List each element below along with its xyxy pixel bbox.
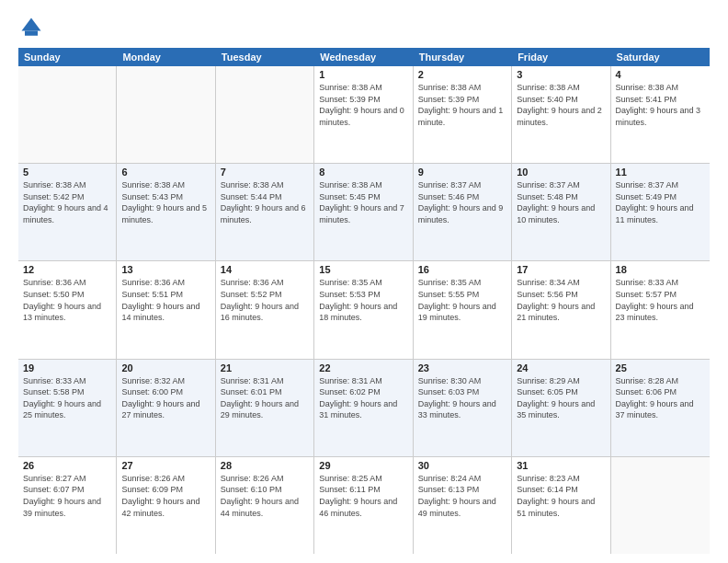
logo-icon bbox=[18, 15, 44, 40]
day-cell-17: 17Sunrise: 8:34 AM Sunset: 5:56 PM Dayli… bbox=[512, 261, 610, 358]
day-cell-7: 7Sunrise: 8:38 AM Sunset: 5:44 PM Daylig… bbox=[216, 164, 314, 260]
weekday-header-friday: Friday bbox=[512, 48, 610, 66]
day-info: Sunrise: 8:38 AM Sunset: 5:44 PM Dayligh… bbox=[221, 179, 309, 225]
day-cell-15: 15Sunrise: 8:35 AM Sunset: 5:53 PM Dayli… bbox=[314, 261, 413, 358]
day-number: 16 bbox=[418, 264, 506, 275]
day-number: 30 bbox=[418, 460, 506, 471]
day-number: 18 bbox=[616, 264, 705, 275]
day-cell-21: 21Sunrise: 8:31 AM Sunset: 6:01 PM Dayli… bbox=[216, 360, 314, 456]
day-cell-14: 14Sunrise: 8:36 AM Sunset: 5:52 PM Dayli… bbox=[216, 261, 314, 358]
day-info: Sunrise: 8:32 AM Sunset: 6:00 PM Dayligh… bbox=[121, 375, 210, 421]
day-info: Sunrise: 8:38 AM Sunset: 5:45 PM Dayligh… bbox=[319, 179, 407, 225]
day-number: 12 bbox=[23, 264, 111, 275]
empty-cell bbox=[117, 66, 215, 163]
day-cell-20: 20Sunrise: 8:32 AM Sunset: 6:00 PM Dayli… bbox=[117, 360, 215, 456]
day-cell-28: 28Sunrise: 8:26 AM Sunset: 6:10 PM Dayli… bbox=[216, 457, 314, 554]
calendar-row-1: 1Sunrise: 8:38 AM Sunset: 5:39 PM Daylig… bbox=[18, 66, 710, 164]
day-info: Sunrise: 8:30 AM Sunset: 6:03 PM Dayligh… bbox=[418, 375, 506, 421]
day-info: Sunrise: 8:36 AM Sunset: 5:52 PM Dayligh… bbox=[221, 277, 309, 323]
day-info: Sunrise: 8:26 AM Sunset: 6:10 PM Dayligh… bbox=[221, 473, 309, 519]
day-cell-12: 12Sunrise: 8:36 AM Sunset: 5:50 PM Dayli… bbox=[18, 261, 117, 358]
logo bbox=[18, 15, 48, 40]
day-info: Sunrise: 8:31 AM Sunset: 6:02 PM Dayligh… bbox=[319, 375, 407, 421]
empty-cell bbox=[18, 66, 117, 163]
day-cell-25: 25Sunrise: 8:28 AM Sunset: 6:06 PM Dayli… bbox=[611, 360, 710, 456]
day-info: Sunrise: 8:37 AM Sunset: 5:49 PM Dayligh… bbox=[616, 179, 705, 225]
day-number: 6 bbox=[121, 167, 210, 178]
day-info: Sunrise: 8:23 AM Sunset: 6:14 PM Dayligh… bbox=[517, 473, 605, 519]
calendar-row-4: 19Sunrise: 8:33 AM Sunset: 5:58 PM Dayli… bbox=[18, 360, 710, 457]
day-info: Sunrise: 8:35 AM Sunset: 5:53 PM Dayligh… bbox=[319, 277, 407, 323]
day-number: 23 bbox=[418, 362, 506, 373]
day-cell-18: 18Sunrise: 8:33 AM Sunset: 5:57 PM Dayli… bbox=[611, 261, 710, 358]
day-info: Sunrise: 8:24 AM Sunset: 6:13 PM Dayligh… bbox=[418, 473, 506, 519]
page: SundayMondayTuesdayWednesdayThursdayFrid… bbox=[0, 0, 728, 563]
day-info: Sunrise: 8:26 AM Sunset: 6:09 PM Dayligh… bbox=[121, 473, 210, 519]
calendar-row-5: 26Sunrise: 8:27 AM Sunset: 6:07 PM Dayli… bbox=[18, 457, 710, 554]
day-info: Sunrise: 8:38 AM Sunset: 5:39 PM Dayligh… bbox=[319, 82, 407, 128]
day-number: 3 bbox=[517, 69, 605, 80]
day-cell-16: 16Sunrise: 8:35 AM Sunset: 5:55 PM Dayli… bbox=[414, 261, 512, 358]
calendar-row-2: 5Sunrise: 8:38 AM Sunset: 5:42 PM Daylig… bbox=[18, 164, 710, 261]
calendar-header: SundayMondayTuesdayWednesdayThursdayFrid… bbox=[18, 48, 710, 66]
day-cell-2: 2Sunrise: 8:38 AM Sunset: 5:39 PM Daylig… bbox=[414, 66, 512, 163]
day-number: 5 bbox=[23, 167, 111, 178]
day-number: 22 bbox=[319, 362, 407, 373]
day-cell-1: 1Sunrise: 8:38 AM Sunset: 5:39 PM Daylig… bbox=[314, 66, 413, 163]
day-cell-11: 11Sunrise: 8:37 AM Sunset: 5:49 PM Dayli… bbox=[611, 164, 710, 260]
day-info: Sunrise: 8:38 AM Sunset: 5:43 PM Dayligh… bbox=[121, 179, 210, 225]
day-cell-30: 30Sunrise: 8:24 AM Sunset: 6:13 PM Dayli… bbox=[414, 457, 512, 554]
empty-cell bbox=[216, 66, 314, 163]
day-info: Sunrise: 8:37 AM Sunset: 5:48 PM Dayligh… bbox=[517, 179, 605, 225]
weekday-header-saturday: Saturday bbox=[611, 48, 710, 66]
day-info: Sunrise: 8:31 AM Sunset: 6:01 PM Dayligh… bbox=[221, 375, 309, 421]
calendar: SundayMondayTuesdayWednesdayThursdayFrid… bbox=[18, 48, 710, 554]
svg-marker-0 bbox=[22, 18, 41, 31]
day-cell-10: 10Sunrise: 8:37 AM Sunset: 5:48 PM Dayli… bbox=[512, 164, 610, 260]
day-info: Sunrise: 8:37 AM Sunset: 5:46 PM Dayligh… bbox=[418, 179, 506, 225]
weekday-header-wednesday: Wednesday bbox=[314, 48, 413, 66]
day-info: Sunrise: 8:38 AM Sunset: 5:41 PM Dayligh… bbox=[616, 82, 705, 128]
day-cell-27: 27Sunrise: 8:26 AM Sunset: 6:09 PM Dayli… bbox=[117, 457, 215, 554]
day-cell-6: 6Sunrise: 8:38 AM Sunset: 5:43 PM Daylig… bbox=[117, 164, 215, 260]
day-info: Sunrise: 8:38 AM Sunset: 5:39 PM Dayligh… bbox=[418, 82, 506, 128]
day-info: Sunrise: 8:38 AM Sunset: 5:40 PM Dayligh… bbox=[517, 82, 605, 128]
day-number: 7 bbox=[221, 167, 309, 178]
day-info: Sunrise: 8:35 AM Sunset: 5:55 PM Dayligh… bbox=[418, 277, 506, 323]
day-number: 25 bbox=[616, 362, 705, 373]
day-number: 11 bbox=[616, 167, 705, 178]
day-info: Sunrise: 8:36 AM Sunset: 5:50 PM Dayligh… bbox=[23, 277, 111, 323]
day-number: 1 bbox=[319, 69, 407, 80]
day-info: Sunrise: 8:33 AM Sunset: 5:57 PM Dayligh… bbox=[616, 277, 705, 323]
day-number: 9 bbox=[418, 167, 506, 178]
day-number: 4 bbox=[616, 69, 705, 80]
empty-cell bbox=[611, 457, 710, 554]
day-cell-29: 29Sunrise: 8:25 AM Sunset: 6:11 PM Dayli… bbox=[314, 457, 413, 554]
day-info: Sunrise: 8:28 AM Sunset: 6:06 PM Dayligh… bbox=[616, 375, 705, 421]
day-cell-4: 4Sunrise: 8:38 AM Sunset: 5:41 PM Daylig… bbox=[611, 66, 710, 163]
day-number: 14 bbox=[221, 264, 309, 275]
weekday-header-thursday: Thursday bbox=[414, 48, 512, 66]
day-number: 29 bbox=[319, 460, 407, 471]
calendar-row-3: 12Sunrise: 8:36 AM Sunset: 5:50 PM Dayli… bbox=[18, 261, 710, 359]
day-info: Sunrise: 8:36 AM Sunset: 5:51 PM Dayligh… bbox=[121, 277, 210, 323]
day-number: 27 bbox=[121, 460, 210, 471]
calendar-body: 1Sunrise: 8:38 AM Sunset: 5:39 PM Daylig… bbox=[18, 66, 710, 554]
day-number: 15 bbox=[319, 264, 407, 275]
day-number: 26 bbox=[23, 460, 111, 471]
day-cell-5: 5Sunrise: 8:38 AM Sunset: 5:42 PM Daylig… bbox=[18, 164, 117, 260]
weekday-header-tuesday: Tuesday bbox=[216, 48, 314, 66]
day-number: 28 bbox=[221, 460, 309, 471]
day-cell-22: 22Sunrise: 8:31 AM Sunset: 6:02 PM Dayli… bbox=[314, 360, 413, 456]
day-cell-19: 19Sunrise: 8:33 AM Sunset: 5:58 PM Dayli… bbox=[18, 360, 117, 456]
day-number: 19 bbox=[23, 362, 111, 373]
svg-rect-1 bbox=[25, 31, 38, 36]
day-number: 17 bbox=[517, 264, 605, 275]
day-number: 24 bbox=[517, 362, 605, 373]
day-number: 20 bbox=[121, 362, 210, 373]
day-info: Sunrise: 8:27 AM Sunset: 6:07 PM Dayligh… bbox=[23, 473, 111, 519]
day-cell-31: 31Sunrise: 8:23 AM Sunset: 6:14 PM Dayli… bbox=[512, 457, 610, 554]
day-number: 10 bbox=[517, 167, 605, 178]
day-cell-13: 13Sunrise: 8:36 AM Sunset: 5:51 PM Dayli… bbox=[117, 261, 215, 358]
day-number: 8 bbox=[319, 167, 407, 178]
